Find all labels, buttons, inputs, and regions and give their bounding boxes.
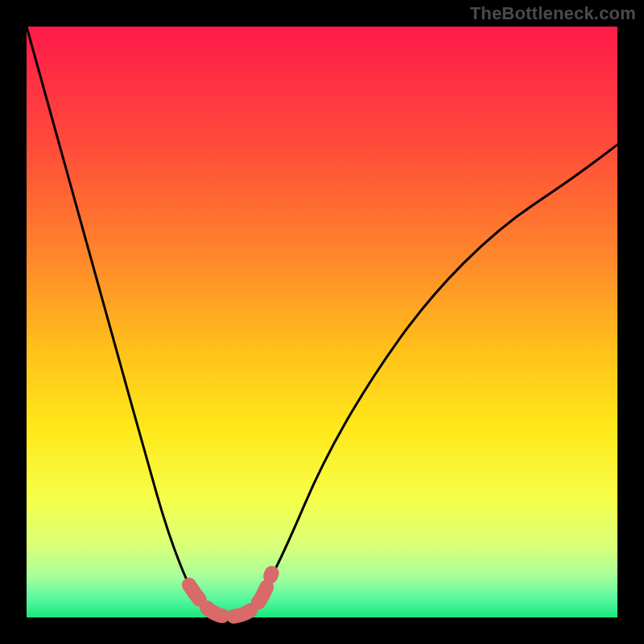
watermark-text: TheBottleneck.com: [470, 3, 636, 24]
plot-background: [27, 27, 617, 617]
bottleneck-chart: [0, 0, 644, 644]
chart-frame: TheBottleneck.com: [0, 0, 644, 644]
